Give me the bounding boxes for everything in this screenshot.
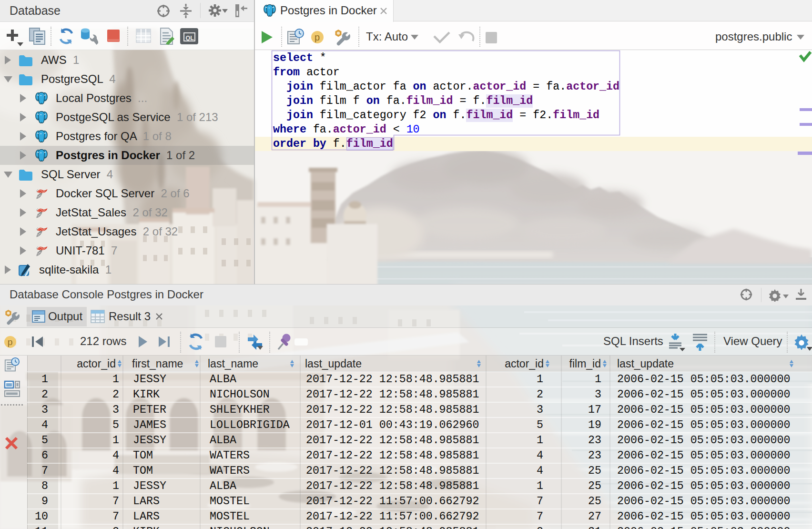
svg-text:p: p — [8, 337, 13, 347]
